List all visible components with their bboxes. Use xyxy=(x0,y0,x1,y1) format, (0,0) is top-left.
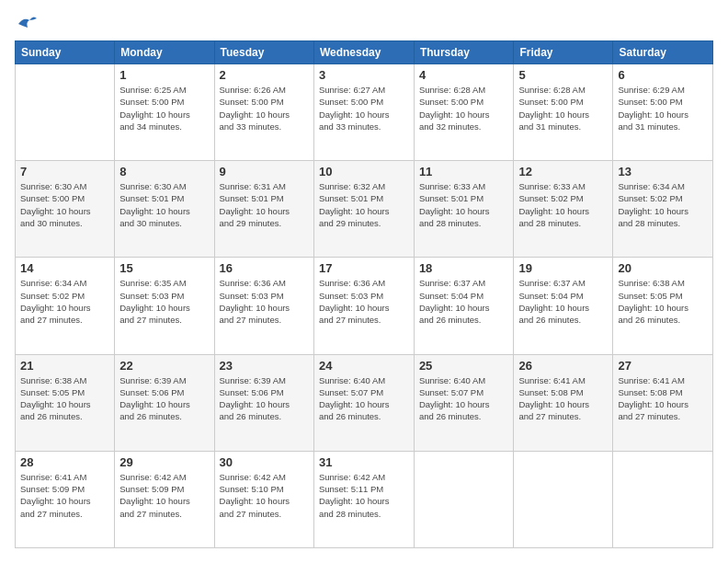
day-number: 17 xyxy=(319,261,409,275)
calendar-cell: 31Sunrise: 6:42 AMSunset: 5:11 PMDayligh… xyxy=(313,451,414,547)
calendar-cell: 7Sunrise: 6:30 AMSunset: 5:00 PMDaylight… xyxy=(16,161,115,258)
week-row-2: 7Sunrise: 6:30 AMSunset: 5:00 PMDaylight… xyxy=(16,161,713,258)
calendar-cell: 12Sunrise: 6:33 AMSunset: 5:02 PMDayligh… xyxy=(514,161,613,258)
day-number: 3 xyxy=(319,68,409,82)
day-number: 15 xyxy=(119,261,209,275)
day-info: Sunrise: 6:37 AMSunset: 5:04 PMDaylight:… xyxy=(518,277,608,326)
calendar-cell xyxy=(613,451,713,547)
day-info: Sunrise: 6:26 AMSunset: 5:00 PMDaylight:… xyxy=(220,84,309,132)
day-number: 27 xyxy=(618,359,708,373)
day-info: Sunrise: 6:32 AMSunset: 5:01 PMDaylight:… xyxy=(319,180,409,229)
calendar-cell: 17Sunrise: 6:36 AMSunset: 5:03 PMDayligh… xyxy=(313,258,414,354)
page: SundayMondayTuesdayWednesdayThursdayFrid… xyxy=(0,0,728,563)
day-header-monday: Monday xyxy=(115,41,214,64)
day-number: 29 xyxy=(119,455,209,469)
day-info: Sunrise: 6:38 AMSunset: 5:05 PMDaylight:… xyxy=(618,277,708,326)
header xyxy=(15,15,713,31)
day-info: Sunrise: 6:33 AMSunset: 5:01 PMDaylight:… xyxy=(419,180,509,229)
day-info: Sunrise: 6:41 AMSunset: 5:08 PMDaylight:… xyxy=(618,374,708,423)
day-number: 26 xyxy=(518,359,608,373)
day-number: 20 xyxy=(618,261,708,275)
logo xyxy=(15,15,37,31)
day-info: Sunrise: 6:40 AMSunset: 5:07 PMDaylight:… xyxy=(419,374,509,423)
day-number: 1 xyxy=(119,68,209,82)
day-info: Sunrise: 6:38 AMSunset: 5:05 PMDaylight:… xyxy=(20,374,109,423)
day-number: 2 xyxy=(220,68,309,82)
day-info: Sunrise: 6:28 AMSunset: 5:00 PMDaylight:… xyxy=(518,84,608,132)
day-number: 6 xyxy=(618,68,708,82)
calendar-table: SundayMondayTuesdayWednesdayThursdayFrid… xyxy=(15,40,713,548)
day-number: 13 xyxy=(618,165,708,178)
day-header-sunday: Sunday xyxy=(16,41,115,64)
week-row-3: 14Sunrise: 6:34 AMSunset: 5:02 PMDayligh… xyxy=(16,258,713,354)
day-info: Sunrise: 6:39 AMSunset: 5:06 PMDaylight:… xyxy=(119,374,209,423)
week-row-4: 21Sunrise: 6:38 AMSunset: 5:05 PMDayligh… xyxy=(16,354,713,451)
calendar-cell xyxy=(16,64,115,161)
calendar-cell: 5Sunrise: 6:28 AMSunset: 5:00 PMDaylight… xyxy=(514,64,613,161)
day-number: 7 xyxy=(20,165,109,178)
day-header-friday: Friday xyxy=(514,41,613,64)
day-info: Sunrise: 6:42 AMSunset: 5:09 PMDaylight:… xyxy=(119,471,209,520)
day-info: Sunrise: 6:29 AMSunset: 5:00 PMDaylight:… xyxy=(618,84,708,132)
calendar-cell: 22Sunrise: 6:39 AMSunset: 5:06 PMDayligh… xyxy=(115,354,214,451)
calendar-cell: 21Sunrise: 6:38 AMSunset: 5:05 PMDayligh… xyxy=(16,354,115,451)
calendar-cell xyxy=(414,451,514,547)
calendar-cell: 28Sunrise: 6:41 AMSunset: 5:09 PMDayligh… xyxy=(16,451,115,547)
calendar-cell: 23Sunrise: 6:39 AMSunset: 5:06 PMDayligh… xyxy=(214,354,313,451)
day-number: 19 xyxy=(518,261,608,275)
calendar-cell xyxy=(514,451,613,547)
day-header-saturday: Saturday xyxy=(613,41,713,64)
calendar-cell: 4Sunrise: 6:28 AMSunset: 5:00 PMDaylight… xyxy=(414,64,514,161)
day-number: 28 xyxy=(20,455,109,469)
day-number: 4 xyxy=(419,68,509,82)
calendar-cell: 16Sunrise: 6:36 AMSunset: 5:03 PMDayligh… xyxy=(214,258,313,354)
logo-bird-icon xyxy=(17,15,37,31)
days-header-row: SundayMondayTuesdayWednesdayThursdayFrid… xyxy=(16,41,713,64)
day-number: 12 xyxy=(518,165,608,178)
day-header-wednesday: Wednesday xyxy=(313,41,414,64)
day-number: 9 xyxy=(220,165,309,178)
day-info: Sunrise: 6:33 AMSunset: 5:02 PMDaylight:… xyxy=(518,180,608,229)
day-info: Sunrise: 6:31 AMSunset: 5:01 PMDaylight:… xyxy=(220,180,309,229)
day-info: Sunrise: 6:42 AMSunset: 5:10 PMDaylight:… xyxy=(220,471,309,520)
day-info: Sunrise: 6:28 AMSunset: 5:00 PMDaylight:… xyxy=(419,84,509,132)
day-number: 18 xyxy=(419,261,509,275)
calendar-cell: 27Sunrise: 6:41 AMSunset: 5:08 PMDayligh… xyxy=(613,354,713,451)
day-info: Sunrise: 6:27 AMSunset: 5:00 PMDaylight:… xyxy=(319,84,409,132)
day-number: 21 xyxy=(20,359,109,373)
day-info: Sunrise: 6:41 AMSunset: 5:09 PMDaylight:… xyxy=(20,471,109,520)
day-number: 23 xyxy=(220,359,309,373)
day-info: Sunrise: 6:40 AMSunset: 5:07 PMDaylight:… xyxy=(319,374,409,423)
day-number: 8 xyxy=(119,165,209,178)
day-header-tuesday: Tuesday xyxy=(214,41,313,64)
day-info: Sunrise: 6:42 AMSunset: 5:11 PMDaylight:… xyxy=(319,471,409,520)
day-info: Sunrise: 6:36 AMSunset: 5:03 PMDaylight:… xyxy=(220,277,309,326)
day-info: Sunrise: 6:41 AMSunset: 5:08 PMDaylight:… xyxy=(518,374,608,423)
calendar-cell: 1Sunrise: 6:25 AMSunset: 5:00 PMDaylight… xyxy=(115,64,214,161)
calendar-cell: 13Sunrise: 6:34 AMSunset: 5:02 PMDayligh… xyxy=(613,161,713,258)
calendar-cell: 20Sunrise: 6:38 AMSunset: 5:05 PMDayligh… xyxy=(613,258,713,354)
calendar-body: 1Sunrise: 6:25 AMSunset: 5:00 PMDaylight… xyxy=(16,64,713,548)
calendar-cell: 3Sunrise: 6:27 AMSunset: 5:00 PMDaylight… xyxy=(313,64,414,161)
day-info: Sunrise: 6:36 AMSunset: 5:03 PMDaylight:… xyxy=(319,277,409,326)
week-row-5: 28Sunrise: 6:41 AMSunset: 5:09 PMDayligh… xyxy=(16,451,713,547)
calendar-cell: 24Sunrise: 6:40 AMSunset: 5:07 PMDayligh… xyxy=(313,354,414,451)
day-info: Sunrise: 6:30 AMSunset: 5:00 PMDaylight:… xyxy=(20,180,109,229)
week-row-1: 1Sunrise: 6:25 AMSunset: 5:00 PMDaylight… xyxy=(16,64,713,161)
calendar: SundayMondayTuesdayWednesdayThursdayFrid… xyxy=(15,40,713,548)
calendar-cell: 10Sunrise: 6:32 AMSunset: 5:01 PMDayligh… xyxy=(313,161,414,258)
day-number: 25 xyxy=(419,359,509,373)
day-header-thursday: Thursday xyxy=(414,41,514,64)
day-number: 30 xyxy=(220,455,309,469)
calendar-cell: 6Sunrise: 6:29 AMSunset: 5:00 PMDaylight… xyxy=(613,64,713,161)
day-info: Sunrise: 6:37 AMSunset: 5:04 PMDaylight:… xyxy=(419,277,509,326)
calendar-cell: 29Sunrise: 6:42 AMSunset: 5:09 PMDayligh… xyxy=(115,451,214,547)
day-number: 24 xyxy=(319,359,409,373)
day-number: 22 xyxy=(119,359,209,373)
calendar-cell: 26Sunrise: 6:41 AMSunset: 5:08 PMDayligh… xyxy=(514,354,613,451)
day-number: 14 xyxy=(20,261,109,275)
day-number: 11 xyxy=(419,165,509,178)
day-number: 31 xyxy=(319,455,409,469)
day-info: Sunrise: 6:34 AMSunset: 5:02 PMDaylight:… xyxy=(20,277,109,326)
calendar-cell: 11Sunrise: 6:33 AMSunset: 5:01 PMDayligh… xyxy=(414,161,514,258)
